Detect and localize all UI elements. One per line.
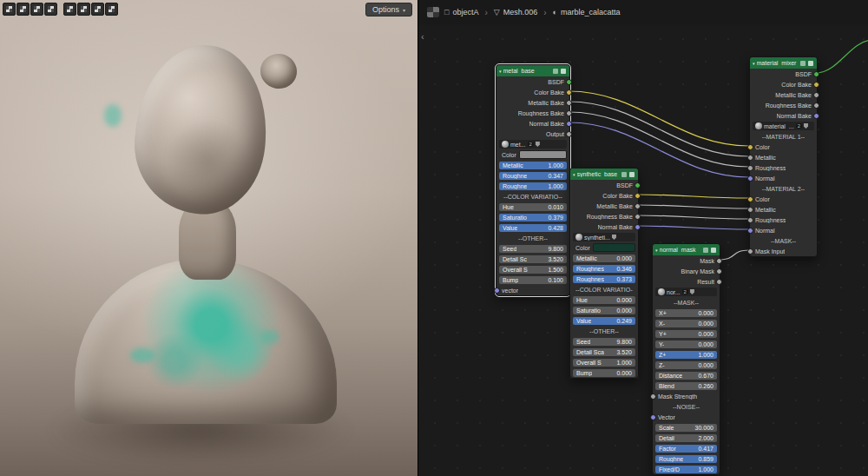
slider-roughne[interactable]: Roughne0.859 [653, 453, 720, 464]
socket-metallic-bake[interactable] [566, 100, 572, 106]
socket-metallic[interactable] [747, 207, 753, 213]
node-synthetic_base[interactable]: ▾synthetic_baseBSDFColor BakeMetallic Ba… [569, 168, 639, 379]
slider-value[interactable]: Value0.428 [496, 222, 569, 233]
image-selector[interactable]: met...2 [496, 139, 569, 149]
slider-hue[interactable]: Hue0.010 [496, 202, 569, 212]
shield-icon[interactable] [690, 289, 694, 294]
collapse-arrow-icon[interactable]: ‹ [421, 31, 424, 42]
socket-roughness-bake[interactable] [635, 214, 641, 220]
slider-widget[interactable]: Metallic1.000 [499, 162, 567, 169]
node-normal_mask[interactable]: ▾normal_maskMaskBinary MaskResultnor...2… [652, 243, 720, 475]
node-header[interactable]: ▾synthetic_base [570, 169, 638, 180]
slider-y[interactable]: Y-0.000 [653, 339, 720, 349]
socket-roughness[interactable] [747, 165, 753, 171]
slider-widget[interactable]: X-0.000 [655, 320, 717, 327]
slider-widget[interactable]: Fixed/D1.000 [655, 466, 717, 473]
collapse-icon[interactable]: ▾ [753, 61, 755, 66]
socket-normal[interactable] [747, 228, 753, 234]
color-field[interactable]: Color [570, 242, 638, 253]
node-material_mixer[interactable]: ▾material_mixerBSDFColor BakeMetallic Ba… [749, 56, 818, 257]
socket-binary-mask[interactable] [716, 268, 722, 274]
texture-slot-button[interactable] [105, 3, 118, 16]
options-button[interactable]: Options ▾ [365, 3, 412, 17]
slider-widget[interactable]: Distance0.670 [655, 372, 717, 380]
slider-widget[interactable]: Blend0.260 [655, 382, 717, 390]
node-header[interactable]: ▾material_mixer [750, 57, 817, 69]
socket-output[interactable] [566, 131, 572, 137]
slider-value[interactable]: Value0.249 [570, 315, 638, 326]
node-canvas[interactable]: ▾metal_baseBSDFColor BakeMetallic BakeRo… [418, 0, 868, 476]
slider-x[interactable]: X-0.000 [653, 318, 720, 328]
datablock-selector[interactable]: met...2 [499, 140, 567, 149]
texture-slot-button[interactable] [44, 3, 57, 16]
slider-hue[interactable]: Hue0.000 [570, 294, 638, 305]
slider-roughne[interactable]: Roughne0.347 [496, 170, 569, 181]
node-header[interactable]: ▾metal_base [496, 65, 569, 76]
texture-slot-button[interactable] [91, 3, 104, 16]
slider-z[interactable]: Z-0.000 [653, 360, 720, 370]
breadcrumb-item-marble-calacatta[interactable]: ◐marble_calacatta [553, 8, 621, 17]
slider-widget[interactable]: Roughne0.347 [499, 172, 567, 180]
node-metal_base[interactable]: ▾metal_baseBSDFColor BakeMetallic BakeRo… [496, 64, 570, 296]
slider-widget[interactable]: Bump0.100 [499, 276, 567, 284]
slider-bump[interactable]: Bump0.000 [570, 367, 638, 378]
collapse-icon[interactable]: ▾ [573, 172, 575, 177]
slider-seed[interactable]: Seed9.800 [496, 243, 569, 254]
texture-slot-button[interactable] [16, 3, 30, 16]
slider-metallic[interactable]: Metallic1.000 [496, 160, 569, 170]
slider-widget[interactable]: Detail2.000 [655, 434, 717, 442]
slider-widget[interactable]: Factor0.417 [655, 445, 717, 453]
collapse-icon[interactable]: ▾ [655, 248, 658, 253]
node-header[interactable]: ▾normal_mask [653, 244, 720, 255]
slider-fixed-d[interactable]: Fixed/D1.000 [653, 464, 720, 474]
3d-viewport[interactable]: Options ▾ [0, 0, 418, 476]
slider-distance[interactable]: Distance0.670 [653, 370, 720, 380]
slider-widget[interactable]: Roughnes0.373 [573, 275, 635, 283]
slider-overall-s[interactable]: Overall S1.000 [570, 357, 638, 367]
slider-roughnes[interactable]: Roughnes0.346 [570, 263, 638, 274]
socket-metallic-bake[interactable] [813, 92, 819, 98]
slider-widget[interactable]: Hue0.010 [499, 203, 567, 211]
color-swatch[interactable] [519, 150, 567, 159]
slider-widget[interactable]: Value0.249 [573, 317, 635, 325]
socket-bsdf[interactable] [635, 182, 641, 188]
socket-normal-bake[interactable] [813, 113, 819, 119]
color-swatch[interactable] [593, 243, 635, 252]
socket-normal[interactable] [747, 175, 753, 182]
socket-bsdf[interactable] [813, 71, 819, 77]
datablock-selector[interactable]: syntheti... [573, 233, 635, 241]
user-count-badge[interactable]: 2 [796, 123, 802, 129]
slider-widget[interactable]: Roughnes0.346 [573, 265, 635, 273]
slider-roughnes[interactable]: Roughnes0.373 [570, 274, 638, 284]
socket-metallic[interactable] [747, 155, 753, 161]
socket-color[interactable] [747, 144, 753, 150]
slider-saturatio[interactable]: Saturatio0.000 [570, 305, 638, 315]
socket-mask[interactable] [716, 258, 722, 264]
slider-roughne[interactable]: Roughne1.000 [496, 181, 569, 191]
socket-color[interactable] [747, 196, 753, 202]
slider-detail[interactable]: Detail2.000 [653, 433, 720, 443]
socket-color-bake[interactable] [635, 193, 641, 199]
socket-roughness-bake[interactable] [566, 110, 572, 116]
slider-detail-sca[interactable]: Detail Sca3.520 [570, 347, 638, 357]
socket-vector[interactable] [494, 288, 500, 294]
socket-color-bake[interactable] [566, 89, 572, 96]
slider-widget[interactable]: Overall S1.500 [499, 266, 567, 274]
slider-saturatio[interactable]: Saturatio0.379 [496, 212, 569, 222]
slider-metallic[interactable]: Metallic0.000 [570, 253, 638, 263]
texture-slot-button[interactable] [3, 3, 16, 16]
slider-overall-s[interactable]: Overall S1.500 [496, 264, 569, 274]
socket-bsdf[interactable] [566, 79, 572, 85]
breadcrumb-item-objecta[interactable]: □objectA [444, 8, 478, 17]
slider-scale[interactable]: Scale30.000 [653, 422, 720, 433]
node-editor-icon[interactable] [427, 7, 439, 17]
shield-icon[interactable] [536, 142, 540, 147]
slider-z[interactable]: Z+1.000 [653, 349, 720, 360]
slider-widget[interactable]: Seed9.800 [573, 338, 635, 346]
slider-widget[interactable]: Saturatio0.379 [499, 214, 567, 221]
slider-widget[interactable]: Value0.428 [499, 224, 567, 232]
socket-roughness-bake[interactable] [813, 102, 819, 109]
slider-y[interactable]: Y+0.000 [653, 328, 720, 339]
texture-slot-button[interactable] [63, 3, 76, 16]
slider-factor[interactable]: Factor0.417 [653, 443, 720, 453]
